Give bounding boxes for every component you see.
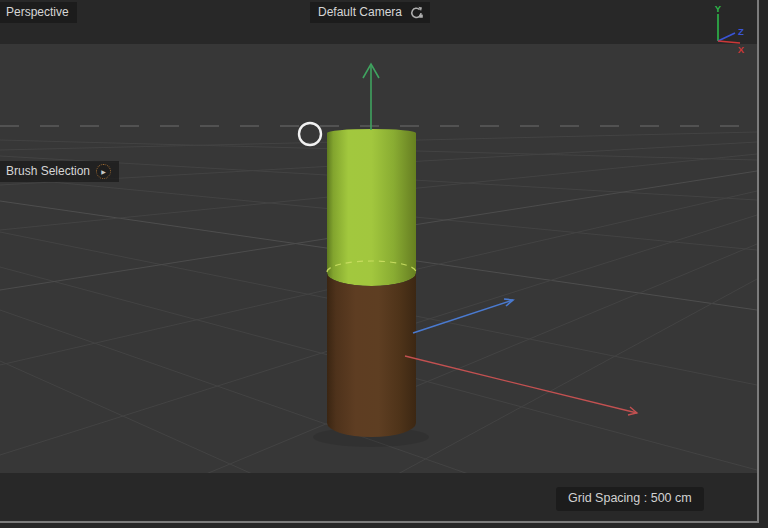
camera-label: Default Camera: [318, 5, 402, 20]
cylinder-bottom-segment[interactable]: [327, 273, 416, 437]
viewport-frame-bottom: [0, 521, 759, 523]
grid-spacing-readout: Grid Spacing : 500 cm: [556, 487, 704, 511]
gizmo-x-label: X: [738, 44, 745, 55]
viewport-window: Perspective Default Camera Brush Selecti…: [0, 0, 768, 528]
brush-selection-label: Brush Selection: [6, 164, 90, 179]
cylinder-top-segment[interactable]: [327, 129, 416, 286]
camera-chip[interactable]: Default Camera: [310, 2, 430, 23]
axis-orientation-gizmo: Y Z X: [694, 3, 752, 55]
gizmo-y-label: Y: [715, 3, 722, 14]
3d-viewport-canvas[interactable]: [0, 0, 757, 521]
gizmo-x-axis: [718, 41, 740, 43]
camera-swap-icon[interactable]: [409, 6, 424, 19]
viewport-frame-right: [757, 0, 759, 523]
brush-selection-chip[interactable]: Brush Selection ▶: [0, 161, 119, 182]
play-circle-icon[interactable]: ▶: [96, 164, 111, 179]
gizmo-z-axis: [718, 33, 735, 41]
view-mode-label[interactable]: Perspective: [0, 2, 77, 23]
gizmo-z-label: Z: [738, 26, 744, 37]
